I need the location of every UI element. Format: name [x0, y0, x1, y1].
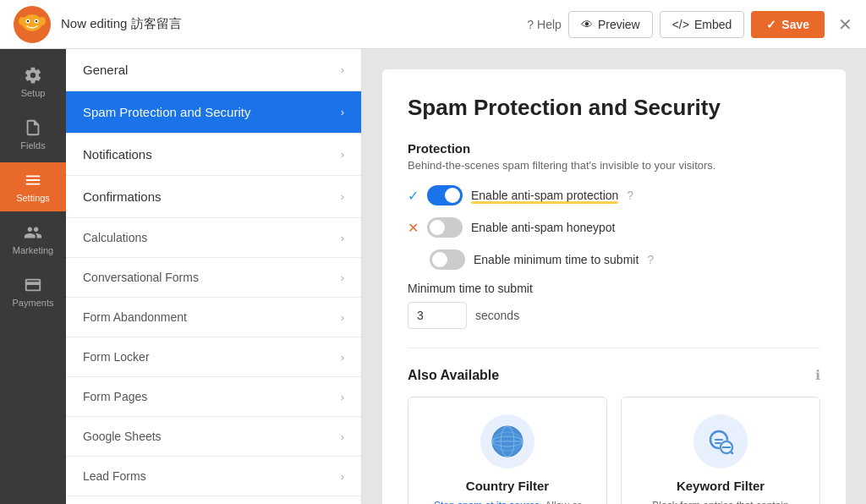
menu-item-conversational-forms[interactable]: Conversational Forms ›	[66, 258, 361, 298]
anti-spam-label: Enable anti-spam protection	[471, 189, 618, 202]
svg-point-7	[39, 17, 46, 25]
min-time-field-label: Minimum time to submit	[408, 282, 820, 295]
help-button[interactable]: ? Help	[527, 18, 562, 31]
sidebar-item-setup[interactable]: Setup	[0, 58, 66, 107]
country-filter-card[interactable]: Country Filter Stop spam at its source. …	[408, 397, 607, 504]
chevron-right-icon: ›	[341, 148, 344, 161]
keyword-filter-card[interactable]: Keyword Filter Block form entries that c…	[621, 397, 820, 504]
svg-point-6	[19, 17, 25, 25]
sidebar-item-fields[interactable]: Fields	[0, 110, 66, 159]
chevron-right-icon: ›	[341, 391, 344, 403]
country-filter-icon	[480, 414, 534, 468]
min-time-row: Enable minimum time to submit ?	[408, 249, 820, 270]
sidebar-item-settings[interactable]: Settings	[0, 162, 66, 211]
min-time-label: Enable minimum time to submit	[474, 253, 639, 266]
keyword-filter-title: Keyword Filter	[677, 479, 765, 493]
menu-item-form-locker[interactable]: Form Locker ›	[66, 337, 361, 377]
sidebar-item-marketing[interactable]: Marketing	[0, 215, 66, 264]
keyword-filter-icon	[693, 414, 748, 468]
page-title: Spam Protection and Security	[408, 95, 820, 121]
close-button[interactable]: ✕	[838, 14, 852, 35]
min-time-section: Minimum time to submit seconds	[408, 282, 820, 329]
chevron-right-icon: ›	[341, 190, 344, 203]
help-icon-min-time[interactable]: ?	[647, 253, 654, 266]
main-area: Setup Fields Settings Marketing Payments…	[0, 49, 866, 504]
honeypot-row: ✕ Enable anti-spam honeypot	[408, 217, 820, 238]
min-time-toggle[interactable]	[430, 249, 465, 270]
check-icon: ✓	[766, 18, 776, 31]
keyword-filter-desc: Block form entries that contain specific…	[639, 498, 803, 504]
help-icon-anti-spam[interactable]: ?	[627, 189, 633, 202]
menu-item-offline-forms[interactable]: Offline Forms ›	[66, 496, 361, 504]
menu-item-spam-protection[interactable]: Spam Protection and Security ›	[66, 91, 361, 134]
svg-point-4	[27, 19, 29, 21]
country-filter-title: Country Filter	[466, 479, 549, 493]
honeypot-label: Enable anti-spam honeypot	[471, 221, 615, 234]
topbar: Now editing 訪客留言 ? Help 👁 Preview </> Em…	[0, 0, 866, 49]
info-circle-icon: ℹ	[815, 367, 820, 383]
honeypot-toggle[interactable]	[427, 217, 463, 238]
also-available-title: Also Available	[408, 368, 499, 383]
help-icon: ?	[527, 18, 534, 31]
content-area: Spam Protection and Security Protection …	[362, 49, 866, 504]
menu-item-calculations[interactable]: Calculations ›	[66, 218, 361, 258]
embed-button[interactable]: </> Embed	[660, 11, 745, 38]
editing-title: Now editing 訪客留言	[61, 16, 527, 32]
icon-sidebar: Setup Fields Settings Marketing Payments	[0, 49, 66, 504]
also-available-header: Also Available ℹ	[408, 367, 820, 383]
chevron-right-icon-active: ›	[341, 106, 344, 118]
menu-item-form-abandonment[interactable]: Form Abandonment ›	[66, 298, 361, 337]
min-time-unit-label: seconds	[475, 309, 519, 322]
svg-point-5	[36, 19, 37, 21]
anti-spam-row: ✓ Enable anti-spam protection ?	[408, 185, 820, 205]
check-mark-icon: ✓	[408, 188, 419, 204]
chevron-right-icon: ›	[341, 232, 344, 244]
save-button[interactable]: ✓ Save	[751, 11, 825, 38]
menu-item-general[interactable]: General ›	[66, 49, 361, 91]
chevron-right-icon: ›	[341, 271, 344, 284]
min-time-input-row: seconds	[408, 302, 820, 329]
topbar-actions: ? Help 👁 Preview </> Embed ✓ Save ✕	[527, 11, 852, 38]
country-filter-desc: Stop spam at its source. Allow or deny e…	[425, 498, 589, 504]
eye-icon: 👁	[581, 18, 593, 31]
section-divider	[408, 348, 820, 348]
code-icon: </>	[672, 18, 689, 31]
x-mark-icon: ✕	[408, 220, 419, 236]
chevron-right-icon: ›	[341, 311, 344, 324]
protection-section-title: Protection	[408, 141, 820, 156]
content-card: Spam Protection and Security Protection …	[382, 69, 846, 504]
chevron-right-icon: ›	[341, 430, 344, 443]
preview-button[interactable]: 👁 Preview	[568, 11, 653, 38]
menu-item-lead-forms[interactable]: Lead Forms ›	[66, 457, 361, 496]
anti-spam-toggle[interactable]	[427, 185, 463, 205]
chevron-right-icon: ›	[341, 351, 344, 364]
menu-item-confirmations[interactable]: Confirmations ›	[66, 176, 361, 218]
min-time-input[interactable]	[408, 302, 467, 329]
menu-item-form-pages[interactable]: Form Pages ›	[66, 377, 361, 417]
menu-item-notifications[interactable]: Notifications ›	[66, 134, 361, 176]
app-logo	[14, 6, 51, 43]
menu-item-google-sheets[interactable]: Google Sheets ›	[66, 417, 361, 457]
menu-sidebar: General › Spam Protection and Security ›…	[66, 49, 362, 504]
feature-cards-grid: Country Filter Stop spam at its source. …	[408, 397, 820, 504]
chevron-right-icon: ›	[341, 63, 344, 76]
protection-section-desc: Behind-the-scenes spam filtering that's …	[408, 159, 820, 172]
sidebar-item-payments[interactable]: Payments	[0, 267, 66, 316]
chevron-right-icon: ›	[341, 470, 344, 483]
